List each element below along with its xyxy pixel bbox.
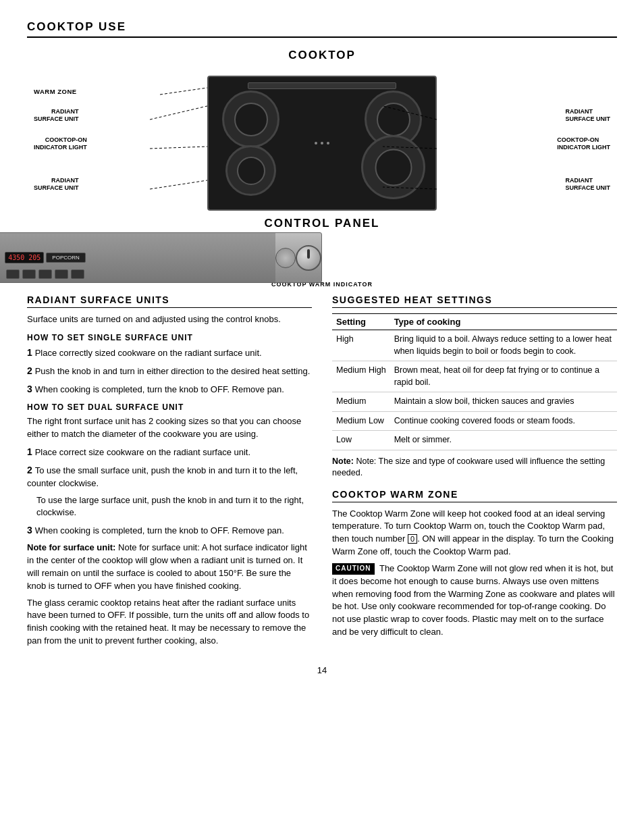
control-panel-label: CONTROL PANEL xyxy=(207,214,437,230)
svg-line-3 xyxy=(150,180,207,189)
content-columns: RADIANT SURFACE UNITS Surface units are … xyxy=(27,294,617,652)
control-panel: 4350 205 POPCORN xyxy=(0,230,322,283)
diagram-section: COOKTOP WARM ZONE RADIANTSURFACE UNIT CO… xyxy=(27,49,617,288)
burner-bottom-right xyxy=(361,135,425,199)
cooktop-surface-wrap xyxy=(207,76,437,211)
svg-line-1 xyxy=(150,106,207,120)
warm-zone-caution: CAUTION The Cooktop Warm Zone will not g… xyxy=(332,563,617,639)
svg-line-2 xyxy=(150,147,207,149)
glass-note: The glass ceramic cooktop retains heat a… xyxy=(27,597,312,648)
label-cooktop-on-tr: COOKTOP-ONINDICATOR LIGHT xyxy=(557,136,610,151)
warm-zone-text: The Cooktop Warm Zone will keep hot cook… xyxy=(332,508,617,558)
cell-setting: High xyxy=(332,330,390,361)
heat-note: Note: Note: The size and type of cookwar… xyxy=(332,456,617,479)
right-column: SUGGESTED HEAT SETTINGS Setting Type of … xyxy=(332,294,617,652)
dual-step2: 2 To use the small surface unit, push th… xyxy=(27,463,312,490)
table-row: HighBring liquid to a boil. Always reduc… xyxy=(332,330,617,361)
single-unit-title: HOW TO SET SINGLE SURFACE UNIT xyxy=(27,333,312,342)
left-column: RADIANT SURFACE UNITS Surface units are … xyxy=(27,294,312,652)
cp-center-display: 4350 205 POPCORN xyxy=(0,233,275,282)
warm-zone-strip xyxy=(248,82,396,89)
col-type: Type of cooking xyxy=(390,314,617,330)
cp-knob-right[interactable] xyxy=(296,245,321,271)
cell-description: Brown meat, heat oil for deep fat frying… xyxy=(390,361,617,392)
label-radiant-tr: RADIANTSURFACE UNIT xyxy=(565,108,610,123)
radiant-intro: Surface units are turned on and adjusted… xyxy=(27,313,312,326)
table-row: MediumMaintain a slow boil, thicken sauc… xyxy=(332,392,617,412)
cell-setting: Medium xyxy=(332,392,390,412)
indicator-dots xyxy=(315,142,329,145)
warm-zone-section: COOKTOP WARM ZONE The Cooktop Warm Zone … xyxy=(332,489,617,639)
page-header: COOKTOP USE xyxy=(27,20,617,38)
cp-popcorn: POPCORN xyxy=(46,253,85,263)
heat-settings-table: Setting Type of cooking HighBring liquid… xyxy=(332,313,617,450)
cell-description: Bring liquid to a boil. Always reduce se… xyxy=(390,330,617,361)
cooktop-diagram: WARM ZONE RADIANTSURFACE UNIT COOKTOP-ON… xyxy=(27,69,617,278)
dual-step1: 1 Place correct size cookware on the rad… xyxy=(27,445,312,459)
single-step3: 3 When cooking is completed, turn the kn… xyxy=(27,382,312,396)
label-radiant-tl: RADIANTSURFACE UNIT xyxy=(34,108,79,123)
label-radiant-br: RADIANTSURFACE UNIT xyxy=(565,177,610,192)
heat-section-title: SUGGESTED HEAT SETTINGS xyxy=(332,294,617,308)
cooktop-surface xyxy=(207,76,437,211)
surface-note: Note for surface unit: Note for surface … xyxy=(27,542,312,592)
label-warm-zone: WARM ZONE xyxy=(34,88,77,95)
dual-step2b: To use the large surface unit, push the … xyxy=(36,494,312,520)
svg-line-0 xyxy=(160,88,207,95)
col-setting: Setting xyxy=(332,314,390,330)
warm-zone-title: COOKTOP WARM ZONE xyxy=(332,489,617,502)
caution-badge: CAUTION xyxy=(332,563,375,575)
dual-intro: The right front surface unit has 2 cooki… xyxy=(27,415,312,441)
single-step1: 1 Place correctly sized cookware on the … xyxy=(27,346,312,360)
burner-top-left xyxy=(222,90,279,148)
label-cooktop-on-tl: COOKTOP-ONINDICATOR LIGHT xyxy=(34,136,87,151)
cp-display: 4350 205 xyxy=(5,252,44,263)
dual-step3: 3 When cooking is completed, turn the kn… xyxy=(27,523,312,538)
burner-bottom-left xyxy=(225,145,276,196)
cell-description: Melt or simmer. xyxy=(390,431,617,450)
label-radiant-bl: RADIANTSURFACE UNIT xyxy=(34,177,79,192)
radiant-section-title: RADIANT SURFACE UNITS xyxy=(27,294,312,308)
cp-small-knob-r xyxy=(275,248,296,268)
page-number: 14 xyxy=(27,665,617,675)
dual-unit-title: HOW TO SET DUAL SURFACE UNIT xyxy=(27,402,312,412)
cell-setting: Medium High xyxy=(332,361,390,392)
table-row: LowMelt or simmer. xyxy=(332,431,617,450)
cell-setting: Low xyxy=(332,431,390,450)
single-step2: 2 Push the knob in and turn in either di… xyxy=(27,364,312,378)
page-title: COOKTOP USE xyxy=(27,20,617,34)
table-row: Medium HighBrown meat, heat oil for deep… xyxy=(332,361,617,392)
diagram-title: COOKTOP xyxy=(27,49,617,62)
table-row: Medium LowContinue cooking covered foods… xyxy=(332,411,617,431)
cell-description: Maintain a slow boil, thicken sauces and… xyxy=(390,392,617,412)
cell-description: Continue cooking covered foods or steam … xyxy=(390,411,617,431)
cell-setting: Medium Low xyxy=(332,411,390,431)
